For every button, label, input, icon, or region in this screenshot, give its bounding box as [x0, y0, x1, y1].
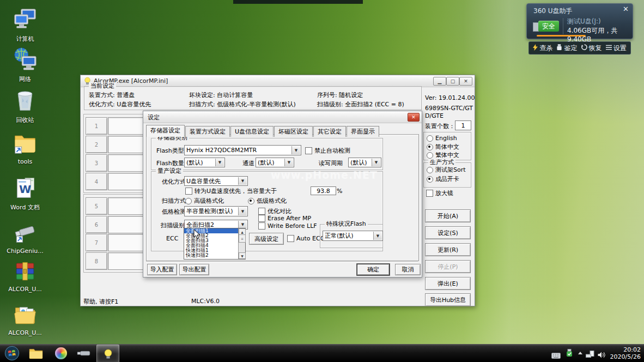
desktop-icon-recycle-bin[interactable]: 回收站 — [3, 88, 47, 124]
safely-remove-usb-icon[interactable] — [566, 349, 573, 359]
close-icon[interactable]: ✕ — [623, 5, 629, 13]
settings-dialog: 设定 ✕ 存储器设定装置方式设定U盘信息设定坏磁区设定其它设定界面显示 存储器类… — [143, 111, 422, 277]
port-button-2[interactable]: 2 — [86, 136, 107, 153]
advanced-settings-button[interactable]: 高级设定 — [249, 233, 284, 245]
window-titlebar[interactable]: AlcorMP.exe [AlcorMP.ini] ▁ ▢ ✕ — [81, 75, 475, 87]
dialog-title: 设定 — [148, 113, 160, 122]
flash-count-combo[interactable]: (默认)▼ — [184, 158, 225, 167]
dialog-close-button[interactable]: ✕ — [408, 113, 420, 122]
chevron-down-icon[interactable]: ▼ — [238, 177, 247, 185]
radio-test-sort[interactable]: 测试架Sort — [427, 166, 466, 174]
port-button-3[interactable]: 3 — [86, 154, 107, 172]
export-config-button[interactable]: 导出配置 — [179, 264, 209, 275]
dropdown-scrollbar[interactable]: ▲ ≡ ▼ — [238, 228, 245, 259]
capacity-threshold-field[interactable]: 93.8 — [311, 186, 336, 195]
chevron-down-icon[interactable]: ▼ — [215, 159, 224, 166]
volume-icon[interactable] — [598, 350, 605, 360]
restore-button[interactable]: 恢复 — [581, 44, 602, 53]
maximize-button[interactable]: ▢ — [446, 77, 459, 86]
minimize-button[interactable]: ▁ — [433, 77, 446, 86]
port-button-6[interactable]: 6 — [86, 216, 107, 233]
radio-finished-card[interactable]: 成品开卡 — [427, 175, 459, 183]
radio-high-format[interactable]: 高级格式化 — [185, 197, 224, 205]
start-button[interactable] — [3, 345, 21, 362]
chevron-down-icon[interactable]: ▼ — [372, 159, 380, 166]
scan-button[interactable]: 查杀 — [533, 44, 552, 53]
safety-badge: 安全 — [538, 21, 559, 32]
taskbar-explorer-button[interactable] — [24, 345, 48, 362]
special-flash-combo[interactable]: 正常(默认)▼ — [323, 231, 383, 241]
import-config-button[interactable]: 导入配置 — [147, 264, 177, 275]
chevron-down-icon[interactable]: ▼ — [238, 221, 247, 228]
dropdown-option[interactable]: 快速扫描2 — [184, 253, 245, 258]
radio-english[interactable]: English — [427, 135, 457, 142]
scroll-down-icon[interactable]: ▼ — [239, 252, 246, 259]
tab-ui-display[interactable]: 界面显示 — [347, 126, 379, 137]
speed-priority-checkbox[interactable]: 转为U盘速度优先，当容量大于 — [185, 187, 277, 195]
chevron-down-icon[interactable]: ▼ — [373, 232, 382, 240]
llf-detect-combo[interactable]: 半容量检测(默认)▼ — [184, 206, 248, 216]
settings-button[interactable]: 设置 — [606, 44, 627, 53]
identify-icon — [556, 44, 562, 52]
tab-other[interactable]: 其它设定 — [313, 126, 346, 137]
refresh-button[interactable]: 更新(R) — [425, 243, 471, 256]
cancel-button[interactable]: 取消 — [395, 264, 421, 275]
taskbar-alcormp-button[interactable] — [96, 345, 119, 362]
desktop-icon-computer[interactable]: 计算机 — [3, 8, 47, 43]
clock-time: 20:02 — [607, 346, 641, 353]
flash-type-combo[interactable]: Hynix H27QDC8M2MTR▼ — [184, 145, 301, 155]
tab-memory-settings[interactable]: 存储器设定 — [146, 125, 185, 137]
taskbar-clock[interactable]: 20:02 2020/5/26 — [607, 346, 641, 360]
radio-low-format[interactable]: 低级格式化 — [248, 197, 287, 205]
chevron-down-icon[interactable]: ▼ — [291, 146, 300, 154]
chevron-down-icon[interactable]: ▼ — [284, 159, 293, 166]
radio-label: 简体中文 — [435, 143, 459, 151]
erase-after-mp-checkbox[interactable]: Erase After MP — [258, 215, 311, 222]
tab-device-mode[interactable]: 装置方式设定 — [185, 126, 230, 137]
radio-label: 低级格式化 — [257, 197, 287, 205]
disable-autodetect-checkbox[interactable]: 禁止自动检测 — [305, 147, 350, 155]
chevron-down-icon[interactable]: ▼ — [238, 207, 247, 215]
desktop-icon-alcor-archive[interactable]: ALCOR_U... — [3, 261, 47, 293]
tab-usb-info[interactable]: U盘信息设定 — [230, 126, 274, 137]
optimize-compare-checkbox[interactable]: 优化对比 — [258, 207, 291, 215]
port-button-7[interactable]: 7 — [86, 234, 107, 251]
desktop-icon-alcor-folder[interactable]: ALCOR_U... — [3, 303, 47, 336]
ok-button[interactable]: 确定 — [357, 264, 390, 275]
export-hub-button[interactable]: 导出Hub信息 — [425, 293, 471, 306]
ports-group-1: 1 2 3 4 — [83, 114, 147, 193]
radio-traditional-chinese[interactable]: 繁体中文 — [427, 151, 459, 159]
magnifier-checkbox[interactable]: 放大镜 — [426, 189, 453, 197]
write-before-llf-checkbox[interactable]: Write Before LLF — [258, 222, 317, 230]
optimize-combo[interactable]: U盘容量优先▼ — [184, 176, 248, 186]
channel-combo[interactable]: (默认)▼ — [256, 158, 294, 167]
tab-bad-sector[interactable]: 坏磁区设定 — [274, 126, 313, 137]
identify-button[interactable]: 鉴定 — [556, 44, 577, 53]
network-tray-icon[interactable] — [586, 349, 594, 360]
desktop-icon-tools[interactable]: tools — [3, 131, 47, 165]
input-method-icon[interactable] — [551, 351, 561, 361]
dialog-titlebar[interactable]: 设定 ✕ — [143, 111, 422, 123]
port-button-8[interactable]: 8 — [86, 252, 107, 270]
port-button-5[interactable]: 5 — [86, 197, 107, 215]
desktop-icon-network[interactable]: 网络 — [3, 47, 47, 83]
device-count-field[interactable]: 1 — [455, 120, 471, 130]
port-button-1[interactable]: 1 — [86, 117, 107, 135]
radio-simplified-chinese[interactable]: 简体中文 — [427, 143, 459, 151]
close-button[interactable]: ✕ — [459, 77, 472, 86]
rw-cycle-combo[interactable]: (默认)▼ — [348, 158, 381, 167]
settings-button[interactable]: 设定(S) — [425, 226, 471, 239]
desktop-icon-chipgenius[interactable]: ChipGeniu... — [3, 221, 47, 255]
port-button-4[interactable]: 4 — [86, 173, 107, 190]
start-button[interactable]: 开始(A) — [425, 209, 471, 222]
dropdown-option[interactable]: 快速扫描1 — [184, 248, 245, 253]
eject-button[interactable]: 弹出(E) — [425, 277, 471, 290]
scroll-thumb[interactable]: ≡ — [239, 234, 246, 243]
taskbar-usb-tool-button[interactable] — [73, 345, 95, 362]
taskbar-browser-button[interactable] — [50, 345, 72, 362]
hidden-icons-arrow[interactable] — [578, 352, 582, 354]
auto-ecc-checkbox[interactable]: Auto ECC — [287, 235, 324, 242]
combo-value: (默认) — [350, 159, 367, 167]
desktop-icon-word-doc[interactable]: W Word 文档 — [3, 176, 47, 212]
dropdown-option[interactable]: 全面扫描4 — [184, 243, 245, 248]
